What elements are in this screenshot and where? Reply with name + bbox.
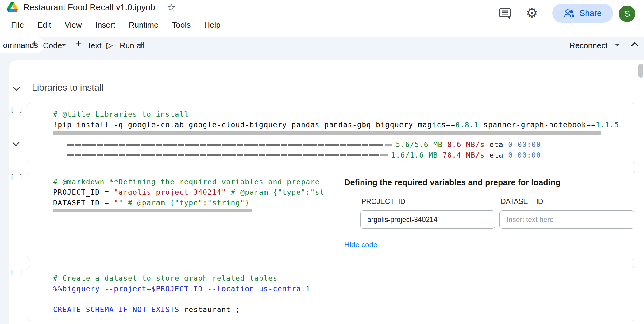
code-horizontal-scrollbar[interactable]	[53, 209, 252, 212]
eta-label: eta	[489, 141, 503, 149]
menu-bar: File Edit View Insert Runtime Tools Help	[4, 19, 227, 31]
progress-bar-tail	[385, 144, 392, 146]
code-editor[interactable]: # @title Libraries to install !pip insta…	[27, 103, 635, 138]
eta-value: 0:00:00	[508, 151, 541, 159]
project-id-label: PROJECT_ID	[361, 197, 405, 206]
notebook-toolbar: ommands + Code + Text ▷ Run all Reconnec…	[0, 37, 644, 54]
download-size: 1.6/1.6 MB	[391, 151, 438, 159]
account-avatar[interactable]: S	[619, 6, 635, 22]
pip-progress-row: 1.6/1.6 MB 78.4 MB/s eta 0:00:00	[67, 150, 541, 160]
code-cell-create-schema[interactable]: # Create a dataset to store graph relate…	[27, 266, 635, 321]
run-cell-button[interactable]: [ ]	[10, 173, 23, 181]
download-speed: 8.6 MB/s	[447, 141, 485, 149]
run-all-play-icon[interactable]: ▷	[106, 40, 113, 50]
code-line: !pip install -q google-colab google-clou…	[53, 119, 619, 130]
toolbar-divider	[100, 39, 100, 52]
menu-runtime[interactable]: Runtime	[122, 19, 165, 31]
code-line: # Create a dataset to store graph relate…	[53, 273, 278, 283]
share-button[interactable]: Share	[552, 4, 613, 23]
drive-logo-icon	[7, 2, 18, 12]
menu-help[interactable]: Help	[197, 19, 227, 31]
progress-bar	[67, 154, 379, 156]
comments-icon[interactable]	[499, 7, 511, 20]
eta-value: 0:00:00	[508, 141, 541, 149]
section-title[interactable]: Libraries to install	[32, 82, 103, 93]
code-line: # @markdown **Defining the required vari…	[53, 177, 320, 187]
share-label: Share	[580, 9, 602, 18]
plus-icon: +	[75, 39, 81, 49]
add-code-button[interactable]: Code	[43, 41, 62, 50]
code-editor[interactable]: # Create a dataset to store graph relate…	[27, 266, 635, 321]
pip-progress-row: 5.6/5.6 MB 8.6 MB/s eta 0:00:00	[67, 139, 541, 150]
menu-edit[interactable]: Edit	[31, 19, 58, 31]
project-id-input[interactable]	[360, 210, 495, 229]
code-line: CREATE SCHEMA IF NOT EXISTS restaurant ;	[53, 304, 240, 315]
header: Restaurant Food Recall v1.0.ipynb ☆ ⚙ Sh…	[0, 0, 644, 37]
vertical-scrollbar-thumb[interactable]	[638, 64, 643, 78]
avatar-letter: S	[624, 9, 630, 19]
eta-label: eta	[489, 151, 503, 159]
menu-view[interactable]: View	[58, 19, 89, 31]
run-cell-button[interactable]: [ ]	[10, 268, 23, 276]
code-line: PROJECT_ID = "argolis-project-340214" # …	[53, 187, 324, 197]
plus-icon: +	[31, 39, 37, 49]
hide-code-link[interactable]: Hide code	[344, 240, 377, 249]
code-line: DATASET_ID = "" # @param {"type":"string…	[53, 197, 249, 208]
star-icon[interactable]: ☆	[167, 2, 176, 12]
text-cursor	[393, 104, 393, 131]
menu-tools[interactable]: Tools	[165, 19, 197, 31]
download-size: 5.6/5.6 MB	[396, 141, 442, 149]
run-cell-button[interactable]: [ ]	[10, 106, 23, 113]
reconnect-button[interactable]: Reconnect	[569, 41, 607, 50]
reconnect-dropdown-icon[interactable]	[615, 44, 620, 46]
colab-window: Restaurant Food Recall v1.0.ipynb ☆ ⚙ Sh…	[0, 0, 644, 324]
people-icon	[564, 9, 575, 18]
code-line: %%bigquery --project=$PROJECT_ID --locat…	[53, 283, 310, 294]
code-horizontal-scrollbar[interactable]	[53, 131, 601, 135]
collapse-toolbar-icon[interactable]	[631, 42, 639, 47]
add-text-button[interactable]: Text	[87, 41, 102, 50]
progress-bar-tail	[380, 154, 388, 156]
commands-button[interactable]: ommands	[0, 37, 45, 53]
download-speed: 78.4 MB/s	[443, 151, 485, 159]
menu-insert[interactable]: Insert	[89, 19, 122, 31]
code-editor[interactable]: # @markdown **Defining the required vari…	[27, 171, 332, 260]
add-code-dropdown-icon[interactable]	[61, 44, 66, 46]
run-all-dropdown-icon[interactable]	[139, 44, 144, 46]
menu-file[interactable]: File	[4, 19, 31, 31]
form-cell-variables[interactable]: # @markdown **Defining the required vari…	[27, 171, 635, 260]
output-collapse-chevron-icon[interactable]	[12, 142, 20, 146]
dataset-id-input[interactable]	[499, 210, 634, 229]
dataset-id-label: DATASET_ID	[501, 197, 543, 206]
section-collapse-chevron-icon[interactable]	[13, 87, 20, 91]
form-heading: Defining the required variables and prep…	[344, 178, 561, 187]
title-row: Restaurant Food Recall v1.0.ipynb ☆	[7, 2, 175, 12]
settings-gear-icon[interactable]: ⚙	[526, 5, 538, 21]
progress-bar	[67, 144, 384, 146]
form-panel: Defining the required variables and prep…	[332, 171, 635, 260]
notebook-title[interactable]: Restaurant Food Recall v1.0.ipynb	[23, 2, 155, 12]
code-line: # @title Libraries to install	[53, 109, 189, 119]
code-cell-pip-install[interactable]: # @title Libraries to install !pip insta…	[27, 103, 635, 164]
